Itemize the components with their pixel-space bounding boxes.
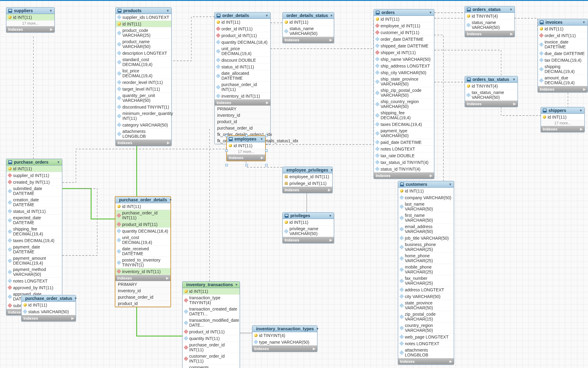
column-row[interactable]: state_province VARCHAR(50): [398, 300, 454, 311]
table-header[interactable]: inventory_transaction_types▼: [252, 326, 317, 332]
column-row[interactable]: order_id INT(11): [538, 32, 587, 39]
column-row[interactable]: taxes DECIMAL(19,4): [6, 237, 62, 244]
table-orders[interactable]: orders▼id INT(11)employee_id INT(11)cust…: [374, 9, 434, 179]
column-row[interactable]: transaction_created_date DATETI...: [183, 306, 240, 317]
column-row[interactable]: fax_number VARCHAR(25): [398, 275, 454, 286]
collapse-arrow-icon[interactable]: ▼: [582, 20, 586, 24]
collapse-arrow-icon[interactable]: ▼: [49, 9, 53, 12]
collapse-arrow-icon[interactable]: ▼: [330, 168, 333, 172]
column-row[interactable]: ship_address LONGTEXT: [374, 63, 434, 69]
column-row[interactable]: country_region VARCHAR(50): [398, 322, 454, 334]
table-header[interactable]: order_details▼: [215, 12, 270, 19]
column-row[interactable]: status VARCHAR(50): [22, 308, 76, 315]
column-row[interactable]: amount_due DECIMAL(19,4): [538, 75, 587, 86]
selection-handle[interactable]: [265, 164, 268, 166]
expand-arrow-icon[interactable]: ▶: [513, 102, 516, 106]
table-header[interactable]: orders_tax_status▼: [465, 76, 518, 83]
column-row[interactable]: privilege_name VARCHAR(50): [283, 226, 334, 237]
table-header[interactable]: purchase_orders▼: [6, 159, 62, 165]
selection-handle[interactable]: [265, 149, 268, 152]
column-row[interactable]: expected_date DATETIME: [6, 215, 62, 226]
collapse-arrow-icon[interactable]: ▼: [330, 14, 333, 17]
column-row[interactable]: id INT(11): [22, 302, 76, 308]
column-row[interactable]: web_page LONGTEXT: [398, 334, 454, 340]
expand-arrow-icon[interactable]: ▶: [313, 347, 315, 351]
indexes-header[interactable]: Indexes▶: [538, 86, 587, 92]
column-row[interactable]: shipped_date DATETIME: [374, 43, 434, 49]
index-row[interactable]: purchase_order_id: [115, 294, 170, 300]
table-header[interactable]: customers▼: [398, 181, 454, 188]
index-row[interactable]: inventory_id: [215, 112, 270, 118]
column-row[interactable]: quantity INT(11): [183, 335, 240, 342]
column-row[interactable]: date_received DATETIME: [115, 246, 170, 257]
column-row[interactable]: attachments LONGBLOB: [116, 128, 171, 140]
indexes-header[interactable]: Indexes▶: [465, 31, 514, 37]
column-row[interactable]: id TINYINT(4): [465, 13, 514, 19]
column-row[interactable]: tax DECIMAL(19,4): [538, 57, 587, 64]
column-row[interactable]: privilege_id INT(11): [283, 180, 332, 187]
column-row[interactable]: purchase_order_id INT(11): [115, 210, 170, 221]
column-row[interactable]: zip_postal_code VARCHAR(15): [398, 311, 454, 322]
collapse-arrow-icon[interactable]: ▼: [512, 78, 516, 81]
column-row[interactable]: id INT(11): [283, 219, 334, 226]
table-header[interactable]: order_details_status▼: [283, 12, 334, 19]
column-row[interactable]: customer_id INT(11): [374, 29, 434, 36]
index-row[interactable]: PRIMARY: [115, 281, 170, 287]
column-row[interactable]: ship_name VARCHAR(50): [374, 56, 434, 63]
collapse-arrow-icon[interactable]: ▼: [329, 214, 332, 217]
indexes-header[interactable]: Indexes▶: [227, 154, 265, 161]
expand-arrow-icon[interactable]: ▶: [580, 127, 583, 131]
column-row[interactable]: submitted_date DATETIME: [6, 186, 62, 197]
table-header[interactable]: suppliers▼: [6, 8, 54, 14]
column-row[interactable]: product_code VARCHAR(25): [116, 27, 171, 39]
table-header[interactable]: invoices▼: [538, 19, 587, 26]
table-invoices[interactable]: invoices▼id INT(11)order_id INT(11)invoi…: [538, 19, 588, 92]
more-columns-label[interactable]: 17 more...: [227, 149, 265, 154]
collapse-arrow-icon[interactable]: ▼: [509, 8, 513, 11]
column-row[interactable]: status_name VARCHAR(50): [283, 26, 334, 37]
column-row[interactable]: job_title VARCHAR(50): [398, 235, 454, 241]
column-row[interactable]: id TINYINT(4): [465, 83, 518, 89]
column-row[interactable]: discount DOUBLE: [215, 57, 270, 64]
selection-handle[interactable]: [225, 164, 228, 166]
column-row[interactable]: approved_by INT(11): [6, 284, 62, 291]
column-row[interactable]: date_allocated DATETIME: [215, 70, 270, 82]
collapse-arrow-icon[interactable]: ▼: [169, 198, 172, 202]
index-row[interactable]: product_id: [215, 118, 270, 125]
indexes-header[interactable]: Indexes▶: [398, 358, 454, 364]
collapse-arrow-icon[interactable]: ▼: [74, 297, 77, 300]
expand-arrow-icon[interactable]: ▶: [166, 276, 169, 280]
collapse-arrow-icon[interactable]: ▼: [235, 283, 238, 286]
expand-arrow-icon[interactable]: ▶: [261, 156, 263, 160]
column-row[interactable]: payment_amount DECIMAL(19,4): [6, 255, 62, 266]
column-row[interactable]: id INT(11): [283, 19, 334, 26]
index-row[interactable]: product_id: [115, 300, 170, 307]
table-header[interactable]: inventory_transactions▼: [183, 282, 240, 288]
table-customers[interactable]: customers▼id INT(11)company VARCHAR(50)l…: [398, 181, 454, 365]
expand-arrow-icon[interactable]: ▶: [583, 87, 586, 91]
indexes-header[interactable]: Indexes▶: [283, 37, 334, 43]
expand-arrow-icon[interactable]: ▶: [167, 141, 169, 145]
column-row[interactable]: standard_cost DECIMAL(19,4): [116, 57, 171, 68]
column-row[interactable]: product_id INT(11): [215, 32, 270, 39]
expand-arrow-icon[interactable]: ▶: [330, 238, 332, 242]
column-row[interactable]: email_address VARCHAR(50): [398, 224, 454, 235]
column-row[interactable]: status_id INT(11): [6, 208, 62, 215]
table-header[interactable]: shippers▼: [541, 107, 584, 114]
column-row[interactable]: due_date DATETIME: [538, 50, 587, 57]
column-row[interactable]: description LONGTEXT: [116, 50, 171, 57]
column-row[interactable]: id INT(11): [6, 165, 62, 172]
collapse-arrow-icon[interactable]: ▼: [260, 137, 263, 141]
column-row[interactable]: unit_cost DECIMAL(19,4): [115, 234, 170, 246]
table-products[interactable]: products▼supplier_ids LONGTEXTid INT(11)…: [115, 7, 172, 146]
collapse-arrow-icon[interactable]: ▼: [316, 327, 319, 331]
column-row[interactable]: inventory_id INT(11): [115, 268, 170, 275]
selection-handle[interactable]: [265, 134, 268, 137]
column-row[interactable]: invoice_date DATETIME: [538, 39, 587, 50]
table-purchase_order_status[interactable]: purchase_order_status▼id INT(11)status V…: [21, 295, 76, 321]
column-row[interactable]: home_phone VARCHAR(25): [398, 253, 454, 264]
column-row[interactable]: quantity_per_unit VARCHAR(50): [116, 92, 171, 104]
selection-handle[interactable]: [225, 134, 228, 137]
column-row[interactable]: paid_date DATETIME: [374, 139, 434, 146]
column-row[interactable]: id INT(11): [115, 203, 170, 210]
